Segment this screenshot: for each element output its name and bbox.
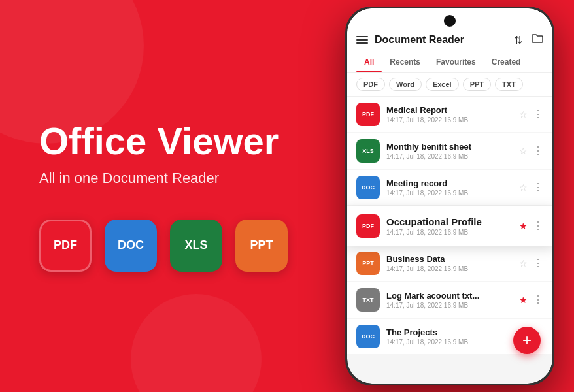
file-actions: ☆ ⋮ [519, 146, 543, 156]
app-title: Document Reader [375, 34, 464, 46]
chip-ppt[interactable]: PPT [463, 78, 491, 91]
file-type-icon: PDF [356, 103, 380, 126]
filter-row: PDF Word Excel PPT TXT [347, 73, 552, 97]
star-icon[interactable]: ☆ [519, 146, 528, 156]
phone-camera [444, 15, 456, 27]
file-actions: ★ ⋮ [519, 221, 543, 231]
file-actions: ★ ⋮ [519, 295, 543, 305]
file-info: Occupational Profile 14:17, Jul 18, 2022… [386, 216, 513, 236]
file-type-icon: DOC [356, 325, 380, 348]
more-icon[interactable]: ⋮ [533, 146, 543, 156]
header-left: Document Reader [356, 34, 464, 46]
file-name: Log Mark acoount txt... [386, 291, 513, 301]
file-meta: 14:17, Jul 18, 2022 16.9 MB [386, 189, 513, 197]
file-name: Occupational Profile [386, 216, 513, 227]
more-icon[interactable]: ⋮ [533, 109, 543, 120]
file-type-icon: DOC [356, 176, 380, 199]
file-item[interactable]: DOC Meeting record 14:17, Jul 18, 2022 1… [347, 170, 552, 205]
tabs-row: All Recents Favourites Created [347, 52, 552, 73]
file-name: Business Data [386, 254, 513, 264]
doc-icon: DOC [105, 220, 157, 272]
file-item[interactable]: PPT Business Data 14:17, Jul 18, 2022 16… [347, 246, 552, 281]
more-icon[interactable]: ⋮ [533, 258, 543, 269]
phone-screen: Document Reader ⇅ All Recents Favourites… [347, 8, 552, 384]
sort-icon[interactable]: ⇅ [514, 34, 522, 46]
menu-icon[interactable] [356, 36, 368, 44]
chip-excel[interactable]: Excel [426, 78, 459, 91]
file-info: Meeting record 14:17, Jul 18, 2022 16.9 … [386, 178, 513, 197]
file-type-icon: XLS [356, 139, 380, 163]
chip-txt[interactable]: TXT [495, 78, 523, 91]
file-item[interactable]: TXT Log Mark acoount txt... 14:17, Jul 1… [347, 282, 552, 318]
file-item-highlighted[interactable]: PDF Occupational Profile 14:17, Jul 18, … [347, 206, 552, 246]
file-info: The Projects 14:17, Jul 18, 2022 16.9 MB [386, 327, 513, 346]
more-icon[interactable]: ⋮ [533, 221, 543, 231]
file-item[interactable]: PDF Medical Report 14:17, Jul 18, 2022 1… [347, 97, 552, 132]
format-icons-row: PDF DOC XLS PPT [39, 220, 314, 272]
tab-recents[interactable]: Recents [382, 52, 428, 72]
file-meta: 14:17, Jul 18, 2022 16.9 MB [386, 338, 513, 346]
star-icon[interactable]: ★ [519, 221, 528, 231]
star-icon[interactable]: ☆ [519, 109, 528, 120]
phone-container: Document Reader ⇅ All Recents Favourites… [339, 7, 561, 392]
folder-icon[interactable] [532, 33, 543, 46]
more-icon[interactable]: ⋮ [533, 182, 543, 193]
file-name: Monthly benifit sheet [386, 142, 513, 152]
chip-word[interactable]: Word [389, 78, 422, 91]
left-panel: Office Viewer All in one Document Reader… [0, 0, 314, 392]
file-type-icon: PDF [356, 214, 380, 238]
file-name: The Projects [386, 327, 513, 337]
file-info: Business Data 14:17, Jul 18, 2022 16.9 M… [386, 254, 513, 272]
file-info: Medical Report 14:17, Jul 18, 2022 16.9 … [386, 105, 513, 123]
phone-device: Document Reader ⇅ All Recents Favourites… [345, 7, 554, 385]
add-button[interactable]: + [513, 327, 541, 354]
header-actions: ⇅ [514, 33, 543, 46]
star-icon[interactable]: ☆ [519, 182, 528, 193]
main-title: Office Viewer [39, 120, 314, 162]
file-info: Monthly benifit sheet 14:17, Jul 18, 202… [386, 142, 513, 160]
file-meta: 14:17, Jul 18, 2022 16.9 MB [386, 116, 513, 123]
file-type-icon: TXT [356, 288, 380, 312]
file-info: Log Mark acoount txt... 14:17, Jul 18, 2… [386, 291, 513, 309]
file-actions: ☆ ⋮ [519, 258, 543, 269]
chip-pdf[interactable]: PDF [356, 78, 385, 91]
tab-all[interactable]: All [356, 52, 382, 72]
file-meta: 14:17, Jul 18, 2022 16.9 MB [386, 302, 513, 309]
file-meta: 14:17, Jul 18, 2022 16.9 MB [386, 265, 513, 272]
subtitle: All in one Document Reader [39, 170, 314, 187]
ppt-icon: PPT [235, 220, 288, 272]
star-icon[interactable]: ★ [519, 295, 528, 305]
tab-created[interactable]: Created [484, 52, 529, 72]
file-list: PDF Medical Report 14:17, Jul 18, 2022 1… [347, 97, 552, 355]
tab-favourites[interactable]: Favourites [428, 52, 484, 72]
pdf-icon: PDF [39, 220, 92, 272]
file-actions: ☆ ⋮ [519, 182, 543, 193]
plus-icon: + [522, 333, 532, 348]
xls-icon: XLS [170, 220, 222, 272]
star-icon[interactable]: ☆ [519, 258, 528, 269]
file-item[interactable]: XLS Monthly benifit sheet 14:17, Jul 18,… [347, 133, 552, 169]
file-meta: 14:17, Jul 18, 2022 16.9 MB [386, 229, 513, 236]
more-icon[interactable]: ⋮ [533, 295, 543, 305]
file-meta: 14:17, Jul 18, 2022 16.9 MB [386, 153, 513, 160]
file-name: Medical Report [386, 105, 513, 115]
file-type-icon: PPT [356, 252, 380, 275]
file-actions: ☆ ⋮ [519, 109, 543, 120]
file-name: Meeting record [386, 178, 513, 188]
